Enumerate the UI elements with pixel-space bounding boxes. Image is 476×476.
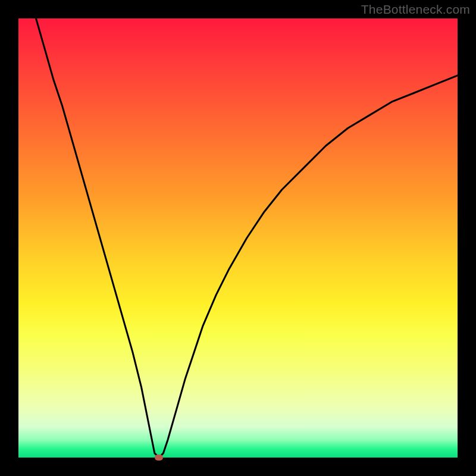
minimum-marker [155,455,163,461]
plot-area [18,18,458,458]
chart-frame: TheBottleneck.com [0,0,476,476]
bottleneck-curve [18,18,458,458]
bottleneck-curve-path [36,18,458,458]
watermark-text: TheBottleneck.com [361,2,470,17]
